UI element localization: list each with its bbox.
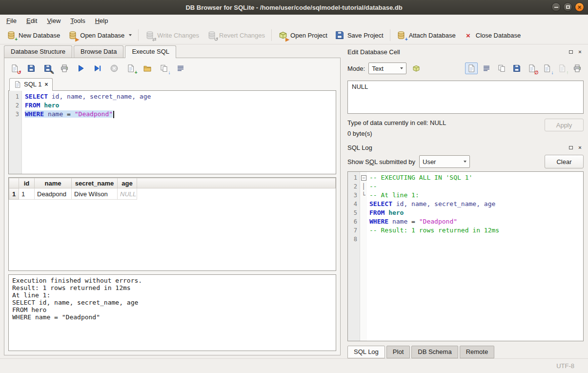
word-wrap-icon	[176, 64, 185, 73]
execute-current-line-button[interactable]	[92, 63, 103, 74]
menu-view[interactable]: View	[42, 15, 65, 26]
sql-1-tab[interactable]: SQL 1 ×	[9, 78, 53, 91]
execute-all-button[interactable]	[76, 63, 86, 74]
format-sql-button[interactable]	[175, 63, 186, 74]
dock-tab-bar: SQL Log Plot DB Schema Remote	[347, 345, 584, 358]
row-filler	[137, 188, 336, 200]
column-header-name[interactable]: name	[35, 178, 72, 188]
log-line-numbers: 1 2 3 4 5 6 7 8	[348, 172, 360, 341]
save-sql-file-as-button[interactable]: ✎	[42, 63, 53, 74]
minimize-icon	[554, 7, 558, 8]
fold-toggle-icon[interactable]: −	[361, 175, 366, 181]
edit-cell-header: Edit Database Cell ×	[347, 46, 584, 57]
chevron-down-icon	[400, 67, 403, 69]
set-null-button[interactable]: ∅	[526, 62, 538, 74]
dock-tab-plot[interactable]: Plot	[386, 346, 410, 358]
encoding-indicator: UTF-8	[556, 362, 574, 370]
open-project-button[interactable]: ▶ Open Project	[274, 28, 331, 42]
sql-editor[interactable]: 1 2 3 SELECT id, name, secret_name, age …	[8, 90, 336, 174]
write-changes-icon: ⇄	[145, 31, 154, 40]
close-window-button[interactable]: ×	[575, 2, 584, 12]
cell-secret-name[interactable]: Dive Wilson	[72, 188, 118, 200]
maximize-button[interactable]	[563, 2, 572, 12]
print-cell-button[interactable]	[571, 62, 584, 74]
print-sql-button[interactable]	[59, 63, 70, 74]
window-controls: ×	[551, 2, 584, 12]
mode-select[interactable]: Text	[368, 62, 406, 74]
save-results-button[interactable]: ↓	[159, 63, 169, 74]
tab-database-structure[interactable]: Database Structure	[4, 45, 72, 58]
save-icon	[512, 64, 522, 73]
column-header-age[interactable]: age	[118, 178, 137, 188]
save-cell-button[interactable]	[510, 62, 523, 74]
chevron-down-icon	[464, 161, 466, 163]
sql-log-view[interactable]: 1 2 3 4 5 6 7 8 − │ └	[347, 171, 584, 341]
copy-cell-button[interactable]	[495, 62, 508, 74]
tab-browse-data[interactable]: Browse Data	[74, 45, 123, 58]
minimize-button[interactable]	[551, 2, 561, 12]
import-cell-button[interactable]: ↓	[541, 62, 553, 74]
save-project-button[interactable]: Save Project	[331, 28, 387, 42]
dock-tab-sql-log[interactable]: SQL Log	[347, 346, 385, 358]
menubar: File Edit View Tools Help	[0, 15, 588, 26]
editor-code-area[interactable]: SELECT id, name, secret_name, age FROM h…	[22, 91, 336, 174]
dock-tab-remote[interactable]: Remote	[460, 346, 495, 358]
cell-id[interactable]: 1	[19, 188, 35, 200]
execute-all-icon	[77, 64, 86, 73]
menu-tools[interactable]: Tools	[65, 15, 90, 26]
new-database-button[interactable]: + New Database	[2, 28, 64, 42]
statusbar: UTF-8	[0, 358, 588, 373]
save-sql-file-button[interactable]	[26, 63, 37, 74]
results-grid: id name secret_name age 1 1 Deadpond Div…	[8, 177, 336, 271]
main-toolbar: + New Database ▶ Open Database ⇄ Write C…	[0, 26, 588, 44]
tab-execute-sql[interactable]: Execute SQL	[125, 45, 176, 58]
print-icon	[60, 64, 69, 73]
close-dock-button[interactable]: ×	[576, 48, 584, 56]
menu-edit[interactable]: Edit	[21, 15, 42, 26]
cell-editor[interactable]: NULL	[347, 81, 584, 114]
close-dock-button[interactable]: ×	[576, 144, 584, 151]
cell-name[interactable]: Deadpond	[35, 188, 72, 200]
word-wrap-button[interactable]	[480, 62, 493, 74]
cell-age[interactable]: NULL	[118, 188, 137, 200]
copy-icon	[497, 64, 507, 73]
left-pane: Database Structure Browse Data Execute S…	[0, 44, 345, 358]
open-sql-in-tab-button[interactable]	[142, 63, 153, 74]
export-icon: ↑	[558, 64, 567, 73]
submitter-select[interactable]: User	[419, 155, 470, 168]
code-line: WHERE name = "Deadpond"	[25, 110, 336, 119]
text-mode-button[interactable]	[465, 62, 478, 74]
maximize-icon	[566, 5, 570, 9]
auto-switch-mode-button[interactable]	[410, 62, 423, 74]
open-sql-file-button[interactable]: ↺	[9, 63, 20, 74]
sql-tab-bar: SQL 1 ×	[8, 76, 336, 90]
right-pane: Edit Database Cell × Mode: Text ∅	[345, 44, 588, 358]
dock-tab-db-schema[interactable]: DB Schema	[411, 346, 458, 358]
undock-button[interactable]	[567, 144, 574, 151]
filter-label: Show SQL submitted by	[347, 158, 415, 166]
undock-button[interactable]	[567, 48, 574, 56]
clear-log-button[interactable]: Clear	[545, 155, 584, 168]
menu-help[interactable]: Help	[90, 15, 113, 26]
table-corner	[9, 178, 19, 188]
menu-file[interactable]: File	[1, 15, 21, 26]
sql-log-filter-row: Show SQL submitted by User Clear	[347, 153, 584, 170]
new-sql-tab-button[interactable]: +	[125, 63, 136, 74]
save-sql-file-icon	[27, 64, 36, 73]
column-header-id[interactable]: id	[19, 178, 35, 188]
stop-execution-button	[109, 63, 120, 74]
column-header-secret-name[interactable]: secret_name	[72, 178, 118, 188]
titlebar[interactable]: DB Browser for SQLite - /home/user/code/…	[0, 0, 588, 15]
close-database-button[interactable]: × Close Database	[460, 28, 525, 42]
toolbar-separator	[390, 29, 390, 41]
open-database-dropdown-icon	[129, 34, 132, 36]
open-project-icon: ▶	[278, 31, 287, 40]
open-database-button[interactable]: ▶ Open Database	[64, 28, 136, 42]
word-wrap-icon	[482, 64, 491, 73]
close-icon: ×	[578, 4, 582, 10]
row-header[interactable]: 1	[9, 188, 19, 200]
new-database-icon: +	[6, 31, 16, 40]
app-window: DB Browser for SQLite - /home/user/code/…	[0, 0, 588, 373]
close-tab-icon[interactable]: ×	[44, 82, 48, 87]
attach-database-button[interactable]: + Attach Database	[393, 28, 460, 42]
